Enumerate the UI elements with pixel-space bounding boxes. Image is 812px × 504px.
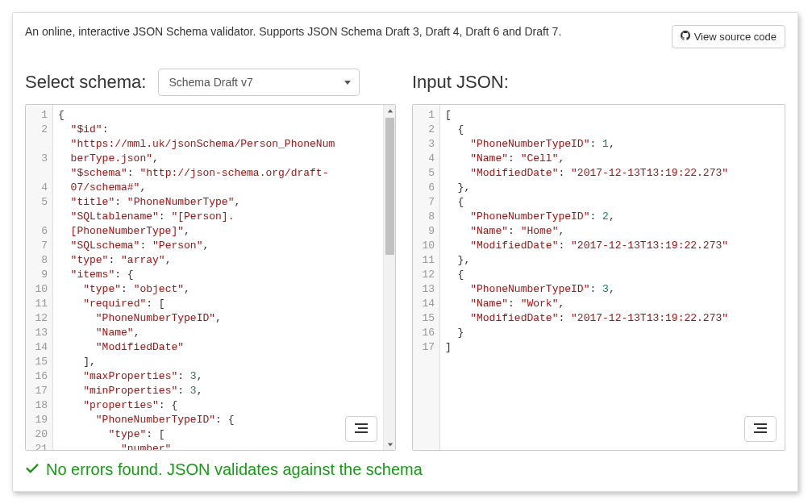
svg-rect-1 (358, 427, 368, 429)
format-icon (355, 423, 368, 436)
schema-select[interactable]: Schema Draft v7 (158, 69, 360, 96)
input-code[interactable]: [ { "PhoneNumberTypeID": 1, "Name": "Cel… (440, 105, 785, 450)
check-icon (25, 460, 40, 479)
schema-gutter: 1234567891011121314151617181920212223 (26, 105, 53, 450)
schema-scrollbar[interactable] (383, 105, 395, 450)
view-source-label: View source code (694, 31, 777, 43)
input-editor[interactable]: 1234567891011121314151617 [ { "PhoneNumb… (412, 104, 785, 451)
svg-rect-4 (757, 427, 767, 429)
scrollbar-thumb[interactable] (385, 118, 394, 255)
scroll-up-icon[interactable] (384, 105, 396, 117)
validator-card: An online, interactive JSON Schema valid… (12, 12, 798, 492)
svg-rect-3 (754, 423, 767, 425)
editors-row: 1234567891011121314151617181920212223 { … (25, 104, 785, 451)
intro-text: An online, interactive JSON Schema valid… (25, 25, 561, 38)
schema-editor[interactable]: 1234567891011121314151617181920212223 { … (25, 104, 396, 451)
schema-code[interactable]: { "$id": "https://mml.uk/jsonSchema/Pers… (53, 105, 395, 450)
github-icon (681, 31, 690, 43)
svg-rect-5 (754, 431, 767, 433)
validation-result: No errors found. JSON validates against … (25, 460, 785, 479)
svg-rect-2 (355, 431, 368, 433)
scroll-down-icon[interactable] (384, 438, 396, 450)
schema-select-value: Schema Draft v7 (169, 76, 252, 89)
headers-row: Select schema: Schema Draft v7 Input JSO… (25, 69, 785, 96)
input-json-title: Input JSON: (412, 72, 509, 92)
validation-result-text: No errors found. JSON validates against … (46, 460, 423, 479)
format-icon (754, 423, 767, 436)
format-schema-button[interactable] (345, 416, 377, 442)
format-input-button[interactable] (744, 416, 777, 442)
view-source-button[interactable]: View source code (672, 25, 785, 48)
input-gutter: 1234567891011121314151617 (413, 105, 440, 450)
select-schema-title: Select schema: (25, 72, 146, 93)
svg-rect-0 (355, 423, 368, 425)
top-row: An online, interactive JSON Schema valid… (25, 25, 785, 48)
chevron-down-icon (344, 81, 351, 85)
